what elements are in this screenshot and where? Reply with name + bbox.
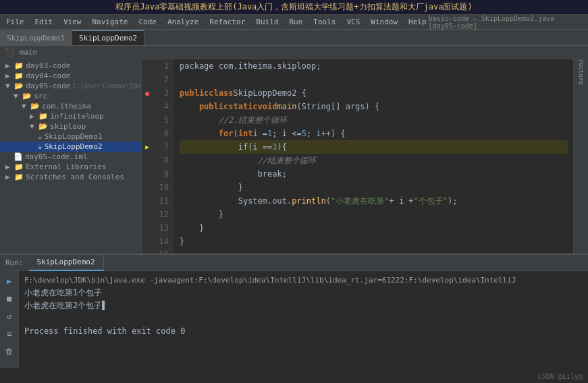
code-token: 5 (302, 127, 306, 140)
ln-1: 1 (155, 59, 169, 73)
menu-build[interactable]: Build (254, 17, 280, 27)
menu-analyze[interactable]: Analyze (165, 17, 201, 27)
bp-8 (142, 154, 153, 167)
menu-code[interactable]: Code (136, 17, 159, 27)
code-token: 3 (272, 140, 277, 154)
console-out-1: 小老虎在吃第1个包子 (24, 287, 583, 299)
bp-5 (142, 113, 153, 127)
code-token: main (277, 100, 297, 113)
editor-tab-bar: SkipLoppDemo1 SkipLoppDemo2 (0, 30, 588, 46)
console-panel: Run: SkipLoppDemo2 ▶ ■ ↺ ≡ 🗑 F:\develop\… (0, 254, 588, 368)
ln-15: 15 (155, 248, 169, 254)
menu-navigate[interactable]: Navigate (90, 17, 130, 27)
code-token: void (258, 100, 277, 113)
menu-edit[interactable]: Edit (33, 17, 55, 27)
rerun-btn[interactable]: ↺ (2, 309, 17, 324)
code-editor[interactable]: 1 2 3 4 5 6 7 8 9 10 11 12 13 14 15 (142, 59, 573, 254)
tree-day03-code[interactable]: ▶ 📁day03-code (0, 61, 141, 71)
ln-4: 4 (155, 100, 169, 113)
tree-external-libraries[interactable]: ▶ 📁External Libraries (0, 162, 141, 172)
code-token: "个包子" (414, 194, 448, 208)
code-content[interactable]: package com.itheima.skiploop; public cla… (174, 59, 573, 254)
code-token: SkipLoppDemo2 { (233, 86, 306, 100)
code-line-11: System.out.println("小老虎在吃第" + i + "个包子")… (180, 194, 568, 208)
stop-btn[interactable]: ■ (2, 291, 17, 306)
tree-skiploopdemo2[interactable]: ☕SkipLoppDemo2 (0, 142, 141, 152)
console-tab-run[interactable]: SkipLoppDemo2 (29, 255, 104, 271)
menu-file[interactable]: File (4, 17, 26, 27)
menu-items: File Edit View Navigate Code Analyze Ref… (4, 17, 429, 27)
code-token: i = (252, 127, 267, 140)
tree-iml[interactable]: 📄day05-code.iml (0, 152, 141, 162)
main-layout: SkipLoppDemo1 SkipLoppDemo2 ⬛ main ▶ 📁da… (0, 30, 588, 368)
bp-11 (142, 194, 153, 208)
editor-section: ▶ 📁day03-code ▶ 📁day04-code ▼ 📂day05-cod… (0, 59, 588, 254)
ln-12: 12 (155, 208, 169, 221)
menu-tools[interactable]: Tools (311, 17, 338, 27)
run-btn[interactable]: ▶ (2, 274, 17, 289)
tree-src[interactable]: ▼ 📂src (0, 91, 141, 101)
tab-skiploopdemo2-label: SkipLoppDemo2 (79, 34, 137, 42)
ln-9: 9 (155, 167, 169, 181)
bp-3 (142, 86, 153, 100)
structure-btn[interactable]: Structure (575, 62, 587, 74)
code-line-10: } (180, 181, 568, 194)
tree-com-itheima[interactable]: ▼ 📂com.itheima (0, 101, 141, 111)
structure-panel: Structure (573, 59, 588, 254)
ln-13: 13 (155, 221, 169, 235)
ln-11: 11 (155, 194, 169, 208)
ln-3: 3 (155, 86, 169, 100)
code-token: System.out. (180, 194, 292, 208)
code-token: ); (448, 194, 457, 208)
menu-vcs[interactable]: VCS (344, 17, 362, 27)
console-out-2: 小老虎在吃第2个包子▌ (24, 299, 583, 312)
tab-skiploopdemo2[interactable]: SkipLoppDemo2 (72, 30, 144, 45)
code-token: //结束整个循环 (180, 154, 316, 167)
bp-14 (142, 235, 153, 248)
code-token: ){ (277, 140, 287, 154)
bp-4 (142, 100, 153, 113)
console-blank (24, 312, 583, 325)
bp-10 (142, 181, 153, 194)
title-text: 程序员Java零基础视频教程上部(Java入门，含斯坦福大学练习题+力扣算法题和… (115, 1, 472, 13)
code-token: class (209, 86, 233, 100)
code-token: } (180, 221, 204, 235)
bp-13 (142, 221, 153, 235)
menu-bar: File Edit View Navigate Code Analyze Ref… (0, 15, 588, 30)
menu-window[interactable]: Window (369, 17, 400, 27)
bp-9 (142, 167, 153, 181)
bp-6 (142, 127, 153, 140)
ln-2: 2 (155, 73, 169, 86)
tree-skiploopdemo1[interactable]: ☕SkipLoppDemo1 (0, 131, 141, 142)
scroll-btn[interactable]: ≡ (2, 326, 17, 341)
tree-skiploop[interactable]: ▼ 📂skiploop (0, 121, 141, 131)
code-line-15 (180, 248, 568, 254)
code-line-5: //2.结束整个循环 (180, 113, 568, 127)
run-label: Run: (0, 258, 29, 267)
clear-btn[interactable]: 🗑 (2, 344, 17, 359)
code-area: 1 2 3 4 5 6 7 8 9 10 11 12 13 14 15 (142, 59, 573, 254)
ln-14: 14 (155, 235, 169, 248)
ln-6: 6 (155, 127, 169, 140)
code-token: if(i == (180, 140, 272, 154)
breakpoint-gutter (142, 59, 153, 254)
code-token: println (292, 194, 326, 208)
ln-5: 5 (155, 113, 169, 127)
tree-infiniteloop[interactable]: ▶ 📁infiniteloop (0, 111, 141, 121)
code-token: int (238, 127, 253, 140)
code-token: } (180, 208, 223, 221)
tree-scratches[interactable]: ▶ 📁Scratches and Consoles (0, 172, 141, 182)
breadcrumb-text: ⬛ main (5, 48, 37, 57)
bp-7 (142, 140, 153, 154)
tree-day05-code[interactable]: ▼ 📂day05-code C:\Users\moon\IdeaProje... (0, 81, 141, 91)
menu-view[interactable]: View (61, 17, 84, 27)
code-token: static (228, 100, 257, 113)
menu-refactor[interactable]: Refactor (207, 17, 247, 27)
project-tree[interactable]: ▶ 📁day03-code ▶ 📁day04-code ▼ 📂day05-cod… (0, 59, 142, 254)
bp-12 (142, 208, 153, 221)
tab-skiploopdemo1[interactable]: SkipLoppDemo1 (0, 30, 72, 45)
code-line-13: } (180, 221, 568, 235)
menu-help[interactable]: Help (406, 17, 429, 27)
tree-day04-code[interactable]: ▶ 📁day04-code (0, 71, 141, 81)
menu-run[interactable]: Run (287, 17, 304, 27)
